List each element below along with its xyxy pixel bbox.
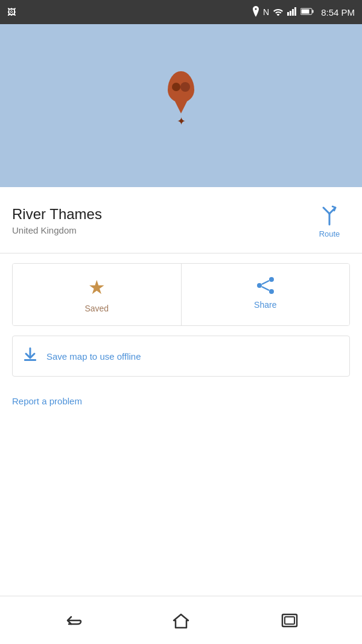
pin-head <box>168 71 194 103</box>
svg-rect-15 <box>24 359 36 361</box>
svg-line-14 <box>262 287 269 290</box>
route-icon <box>317 203 341 227</box>
nfc-icon: N <box>263 7 269 17</box>
share-label: Share <box>254 300 276 310</box>
photo-icon: 🖼 <box>7 7 16 17</box>
recents-icon <box>280 613 299 628</box>
status-time: 8:54 PM <box>321 7 355 18</box>
saved-button[interactable]: ★ Saved <box>13 264 182 325</box>
location-info: River Thames United Kingdom <box>12 206 309 235</box>
wifi-icon <box>273 7 284 18</box>
status-bar: 🖼 N 8:54 <box>0 0 362 24</box>
action-buttons: ★ Saved Share <box>12 263 350 326</box>
route-button[interactable]: Route <box>309 198 350 243</box>
location-header: River Thames United Kingdom Route <box>0 187 362 253</box>
location-name: River Thames <box>12 206 309 223</box>
svg-rect-3 <box>294 7 296 16</box>
home-icon <box>172 612 190 629</box>
nav-bar <box>0 596 362 644</box>
svg-rect-2 <box>292 9 294 16</box>
signal-icon <box>287 7 297 18</box>
pin-star: ✦ <box>177 115 186 128</box>
map-area[interactable]: ✦ <box>0 24 362 187</box>
svg-line-8 <box>323 208 329 214</box>
save-offline-text: Save map to use offline <box>46 351 141 362</box>
report-problem-label: Report a problem <box>12 396 82 406</box>
share-icon <box>256 276 275 295</box>
home-nav-button[interactable] <box>163 605 199 636</box>
route-label: Route <box>319 229 340 238</box>
svg-rect-18 <box>285 617 294 624</box>
share-button[interactable]: Share <box>182 264 350 325</box>
svg-point-10 <box>269 277 274 282</box>
save-offline-button[interactable]: Save map to use offline <box>12 336 350 377</box>
map-pin: ✦ <box>168 71 194 128</box>
download-icon <box>22 347 38 365</box>
location-icon <box>252 6 259 19</box>
svg-rect-1 <box>290 11 291 16</box>
info-panel: River Thames United Kingdom Route ★ Save… <box>0 187 362 596</box>
svg-rect-5 <box>302 10 310 14</box>
svg-line-13 <box>262 281 269 284</box>
back-nav-button[interactable] <box>54 605 91 636</box>
location-country: United Kingdom <box>12 225 309 235</box>
pin-tail <box>175 101 187 113</box>
svg-rect-6 <box>313 10 314 13</box>
report-problem-button[interactable]: Report a problem <box>12 389 82 413</box>
svg-point-11 <box>257 283 262 288</box>
saved-label: Saved <box>84 304 109 313</box>
svg-rect-0 <box>287 12 289 16</box>
star-icon: ★ <box>88 276 106 299</box>
back-icon <box>63 612 82 629</box>
recents-nav-button[interactable] <box>272 605 308 636</box>
svg-point-12 <box>269 289 274 294</box>
battery-icon <box>300 7 314 17</box>
